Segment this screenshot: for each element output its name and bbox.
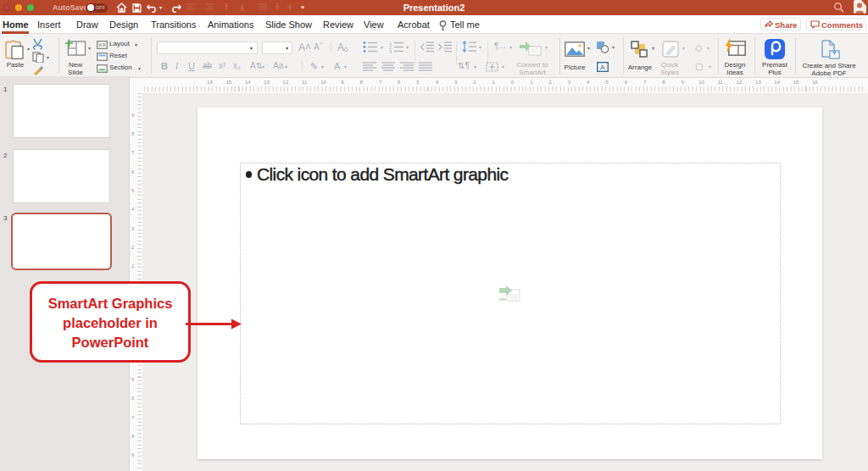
svg-text:A: A (600, 64, 605, 71)
svg-text:3: 3 (389, 49, 392, 53)
